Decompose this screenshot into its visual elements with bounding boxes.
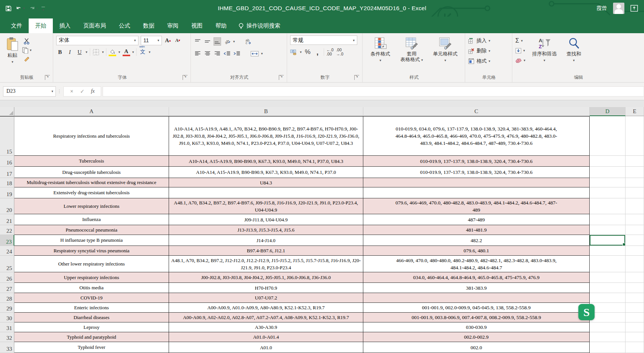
format-painter-button[interactable] xyxy=(22,55,32,63)
decrease-decimal-button[interactable]: .00 →.0 xyxy=(336,48,344,56)
font-color-button[interactable]: A xyxy=(123,48,130,56)
grow-font-button[interactable]: A▴ xyxy=(164,36,172,45)
cell-E32[interactable] xyxy=(626,332,644,342)
cell-D26[interactable] xyxy=(590,272,626,283)
cell-C23[interactable]: 482.2 xyxy=(363,235,590,246)
cell-D33[interactable] xyxy=(590,342,626,353)
cell-E22[interactable] xyxy=(626,225,644,235)
cell-B26[interactable]: J00-J02.8, J03-J03.8, J04-J04.2, J05-J05… xyxy=(169,272,363,283)
underline-button[interactable]: U xyxy=(76,48,83,56)
phonetic-dropdown[interactable]: ▾ xyxy=(149,50,151,54)
cell-E21[interactable] xyxy=(626,214,644,225)
cell-B30[interactable]: A00-A00.9, A02-A02.0, A02.8-A07, A07.2-A… xyxy=(169,313,363,322)
cell-C26[interactable]: 034.0, 460-464.4, 464.8-464.9, 465.0-465… xyxy=(363,272,590,283)
cut-button[interactable] xyxy=(22,37,32,45)
borders-button[interactable] xyxy=(92,48,100,56)
number-dialog-launcher[interactable] xyxy=(354,75,359,80)
row-header-30[interactable]: 30 xyxy=(0,313,14,322)
name-box[interactable]: D23▾ xyxy=(3,86,56,97)
cell-C30[interactable]: 001-001.9, 003.8-006.9, 007.4-007.8, 008… xyxy=(363,313,590,322)
align-left-button[interactable] xyxy=(194,49,201,58)
cell-D15[interactable] xyxy=(590,116,626,156)
cell-E18[interactable] xyxy=(626,178,644,187)
row-header-23[interactable]: 23 xyxy=(0,235,14,246)
cell-E28[interactable] xyxy=(626,293,644,303)
row-header-16[interactable]: 16 xyxy=(0,156,14,167)
row-header-20[interactable]: 20 xyxy=(0,198,14,214)
cell-B22[interactable]: J13-J13.9, J15.3-J15.4, J15.6 xyxy=(169,225,363,235)
cell-C17[interactable]: 010-019.9, 137-137.9, 138.0-138.9, 320.4… xyxy=(363,167,590,178)
number-format-select[interactable]: 常规▾ xyxy=(290,35,357,45)
cell-C28[interactable] xyxy=(363,293,590,303)
sort-filter-button[interactable]: AZ 排序和筛选 ▾ xyxy=(529,35,560,65)
bold-button[interactable]: B xyxy=(56,48,64,56)
cell-B32[interactable]: A01.0-A01.4 xyxy=(169,332,363,342)
cell-B31[interactable]: A30-A30.9 xyxy=(169,322,363,332)
cell-A25[interactable]: Other lower respiratory infections xyxy=(14,256,169,272)
cell-E25[interactable] xyxy=(626,256,644,272)
align-top-button[interactable] xyxy=(194,37,201,46)
conditional-formatting-button[interactable]: ≠ 条件格式 ▾ xyxy=(367,35,393,65)
tab-view[interactable]: 视图 xyxy=(185,18,209,33)
cell-A28[interactable]: COVID-19 xyxy=(14,293,169,303)
column-header-A[interactable]: A xyxy=(14,107,169,116)
row-header-27[interactable]: 27 xyxy=(0,283,14,293)
cell-E20[interactable] xyxy=(626,198,644,214)
cell-E17[interactable] xyxy=(626,167,644,178)
align-bottom-button[interactable] xyxy=(214,37,221,46)
cell-E24[interactable] xyxy=(626,246,644,256)
user-avatar-icon[interactable] xyxy=(613,3,624,14)
cell-B28[interactable]: U07-U07.2 xyxy=(169,293,363,303)
cell-C15[interactable]: 010-019.9, 034.0, 079.6, 137-137.9, 138.… xyxy=(363,116,590,156)
cell-D20[interactable] xyxy=(590,198,626,214)
column-header-D[interactable]: D xyxy=(590,107,626,116)
row-header-18[interactable]: 18 xyxy=(0,178,14,187)
tab-help[interactable]: 帮助 xyxy=(209,18,233,33)
cell-B33[interactable]: A01.0 xyxy=(169,342,363,353)
cell-E27[interactable] xyxy=(626,283,644,293)
tab-home[interactable]: 开始 xyxy=(29,18,53,33)
tell-me-search[interactable]: 操作说明搜索 xyxy=(233,18,286,33)
cell-B17[interactable]: A10-A14, A15-A19.9, B90-B90.9, K67.3, K9… xyxy=(169,167,363,178)
row-header-28[interactable]: 28 xyxy=(0,293,14,303)
formula-input[interactable] xyxy=(103,86,644,97)
row-header-24[interactable]: 24 xyxy=(0,246,14,256)
cell-E33[interactable] xyxy=(626,342,644,353)
cell-A20[interactable]: Lower respiratory infections xyxy=(14,198,169,214)
orientation-dropdown[interactable]: ▾ xyxy=(233,40,235,43)
format-cells-button[interactable]: 格式▾ xyxy=(468,57,490,66)
tab-data[interactable]: 数据 xyxy=(137,18,161,33)
tab-formulas[interactable]: 公式 xyxy=(112,18,137,33)
cell-D16[interactable] xyxy=(590,156,626,167)
cell-B20[interactable]: A48.1, A70, B34.2, B97.2, B97.4-B97.6, J… xyxy=(169,198,363,214)
cell-E16[interactable] xyxy=(626,156,644,167)
cell-D29[interactable] xyxy=(590,303,626,313)
align-center-button[interactable] xyxy=(204,49,211,58)
ribbon-display-options-icon[interactable] xyxy=(630,5,638,12)
cell-D19[interactable] xyxy=(590,187,626,198)
align-middle-button[interactable] xyxy=(204,37,211,46)
row-header-32[interactable]: 32 xyxy=(0,332,14,342)
clipboard-dialog-launcher[interactable] xyxy=(45,75,50,80)
cell-D31[interactable] xyxy=(590,322,626,332)
formula-bar-splitter[interactable]: ⋮ xyxy=(56,89,63,94)
delete-cells-button[interactable]: 删除▾ xyxy=(468,46,490,55)
cell-A15[interactable]: Respiratory infections and tuberculosis xyxy=(14,116,169,156)
borders-dropdown[interactable]: ▾ xyxy=(102,50,104,54)
cell-C33[interactable]: 002.0 xyxy=(363,342,590,353)
row-header-15[interactable]: 15 xyxy=(0,116,14,156)
tab-insert[interactable]: 插入 xyxy=(53,18,77,33)
select-all-corner[interactable] xyxy=(0,107,14,116)
cell-B18[interactable]: U84.3 xyxy=(169,178,363,187)
cell-E15[interactable] xyxy=(626,116,644,156)
selected-cell-D23[interactable] xyxy=(590,235,626,246)
column-header-C[interactable]: C xyxy=(363,107,590,116)
shrink-font-button[interactable]: A▾ xyxy=(174,36,181,45)
cell-E31[interactable] xyxy=(626,322,644,332)
cell-E30[interactable] xyxy=(626,313,644,322)
save-button[interactable] xyxy=(5,5,12,12)
cell-B19[interactable] xyxy=(169,187,363,198)
wrap-text-button[interactable]: abc xyxy=(245,37,252,46)
cell-A29[interactable]: Enteric infections xyxy=(14,303,169,313)
cell-E23[interactable] xyxy=(626,235,644,246)
